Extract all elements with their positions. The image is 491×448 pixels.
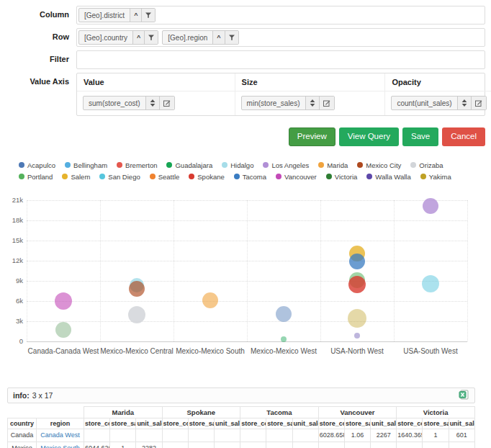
region-link[interactable]: Canada West (40, 431, 79, 439)
row-row: Row [Geo].country ^ [Geo].region ^ (0, 28, 485, 47)
value-axis-box: Value sum(store_cost) Size (76, 73, 485, 116)
y-tick-label: 18k (0, 216, 23, 224)
filter-funnel-button[interactable] (141, 9, 155, 22)
value-cell: 6028.6582 (318, 429, 344, 442)
bubble-tacoma[interactable] (349, 254, 365, 269)
legend-item-label: Seattle (158, 173, 180, 181)
gridline-horizontal (27, 341, 467, 342)
result-table-section: info: 3 x 17 MaridaSpokaneTacomaVancouve… (7, 387, 475, 448)
bubble-san-diego[interactable] (422, 275, 439, 292)
sort-caret-button[interactable]: ^ (132, 31, 144, 44)
legend-item-tacoma[interactable]: Tacoma (234, 173, 266, 181)
measure-tag-count-unit-sales[interactable]: count(unit_sales) (391, 96, 486, 110)
info-dimensions: 3 x 17 (32, 391, 53, 400)
y-tick-label: 12k (0, 256, 23, 264)
legend-color-dot (420, 174, 426, 179)
y-tick-label: 3k (0, 317, 23, 325)
pivot-tag-geo-district[interactable]: [Geo].district ^ (78, 8, 156, 22)
measure-tag-sum-store-cost[interactable]: sum(store_cost) (83, 96, 175, 110)
legend-item-san-diego[interactable]: San Diego (99, 173, 140, 181)
legend-item-label: Portland (27, 173, 53, 181)
bubble-orizaba[interactable] (128, 306, 145, 323)
y-tick-label: 9k (0, 277, 23, 285)
value-cell (292, 442, 318, 448)
value-cell (371, 442, 397, 448)
value-cell (162, 429, 188, 442)
pivot-result-table: MaridaSpokaneTacomaVancouverVictoriacoun… (7, 406, 475, 448)
value-axis-label: Value Axis (0, 73, 76, 86)
measure-tag-min-store-sales[interactable]: min(store_sales) (241, 96, 335, 110)
filter-funnel-button[interactable] (144, 31, 158, 44)
legend-item-marida[interactable]: Marida (318, 161, 348, 169)
bubble-los-angeles[interactable] (423, 198, 438, 214)
filter-funnel-button[interactable] (225, 31, 238, 44)
row-input[interactable]: [Geo].country ^ [Geo].region ^ (76, 28, 485, 47)
sort-caret-button[interactable]: ^ (130, 9, 141, 22)
column-input[interactable]: [Geo].district ^ (76, 6, 485, 24)
pivot-tag-geo-country[interactable]: [Geo].country ^ (78, 30, 158, 45)
sort-caret-button[interactable]: ^ (212, 31, 224, 44)
legend-item-mexico-city[interactable]: Mexico City (357, 161, 401, 169)
sort-updown-button[interactable] (457, 97, 471, 109)
edit-measure-button[interactable] (319, 97, 334, 109)
bubble-mexico-city[interactable] (129, 281, 145, 297)
sort-updown-button[interactable] (145, 97, 159, 109)
legend-color-dot (366, 174, 372, 179)
region-link[interactable]: Mexico South (40, 444, 80, 448)
pivot-tag-geo-region[interactable]: [Geo].region ^ (162, 30, 238, 45)
legend-item-yakima[interactable]: Yakima (420, 173, 451, 181)
legend-color-dot (62, 174, 68, 179)
edit-icon (163, 99, 171, 107)
legend-item-vancouver[interactable]: Vancouver (276, 173, 317, 181)
sort-updown-icon (150, 99, 156, 107)
measure-header: store_cost (318, 418, 344, 429)
edit-measure-button[interactable] (159, 97, 174, 109)
measure-header: unit_sales (136, 418, 162, 429)
value-cell (162, 442, 188, 448)
bubble-vancouver[interactable] (55, 292, 72, 310)
bubble-marida[interactable] (202, 292, 218, 308)
bubble-victoria[interactable] (55, 322, 71, 338)
legend-item-bremerton[interactable]: Bremerton (117, 161, 157, 169)
filter-input[interactable] (76, 50, 485, 69)
legend-item-label: Mexico City (366, 161, 401, 169)
bubble-spokane[interactable] (348, 276, 366, 293)
legend-item-guadalajara[interactable]: Guadalajara (166, 161, 212, 169)
view-query-button[interactable]: View Query (339, 127, 399, 146)
legend-item-bellingham[interactable]: Bellingham (65, 161, 107, 169)
value-axis-col-opacity: Opacity count(unit_sales) (385, 73, 491, 115)
save-button[interactable]: Save (402, 127, 438, 146)
y-tick-label: 21k (0, 196, 23, 204)
legend-item-hidalgo[interactable]: Hidalgo (222, 161, 253, 169)
value-cell (214, 442, 240, 448)
legend-item-label: Guadalajara (175, 161, 212, 169)
legend-item-victoria[interactable]: Victoria (326, 173, 358, 181)
filter-row: Filter (0, 50, 485, 69)
cancel-button[interactable]: Cancel (442, 127, 485, 146)
bubble-acapulco[interactable] (276, 306, 292, 322)
value-cell: 1640.365 (397, 429, 423, 442)
legend-item-orizaba[interactable]: Orizaba (410, 161, 443, 169)
bubble-walla-walla[interactable] (354, 333, 360, 339)
legend-item-salem[interactable]: Salem (62, 173, 90, 181)
legend-color-dot (19, 174, 24, 179)
legend-item-spokane[interactable]: Spokane (189, 173, 225, 181)
legend-item-portland[interactable]: Portland (19, 173, 53, 181)
legend-item-acapulco[interactable]: Acapulco (19, 161, 55, 169)
legend-color-dot (189, 174, 194, 179)
legend-item-walla-walla[interactable]: Walla Walla (366, 173, 410, 181)
x-axis-label: Mexico-Mexico West (251, 347, 317, 355)
export-excel-button[interactable] (459, 390, 469, 400)
region-cell: Mexico South (37, 442, 84, 448)
gridline-vertical (320, 200, 321, 341)
sort-updown-icon (461, 99, 467, 107)
bubble-yakima[interactable] (348, 309, 366, 328)
edit-measure-button[interactable] (471, 97, 486, 109)
sort-updown-button[interactable] (305, 97, 319, 109)
country-cell: Canada (8, 429, 37, 442)
preview-button[interactable]: Preview (289, 127, 335, 146)
value-cell (240, 442, 266, 448)
legend-item-seattle[interactable]: Seattle (150, 173, 180, 181)
legend-item-los-angeles[interactable]: Los Angeles (263, 161, 309, 169)
funnel-icon (148, 35, 154, 41)
